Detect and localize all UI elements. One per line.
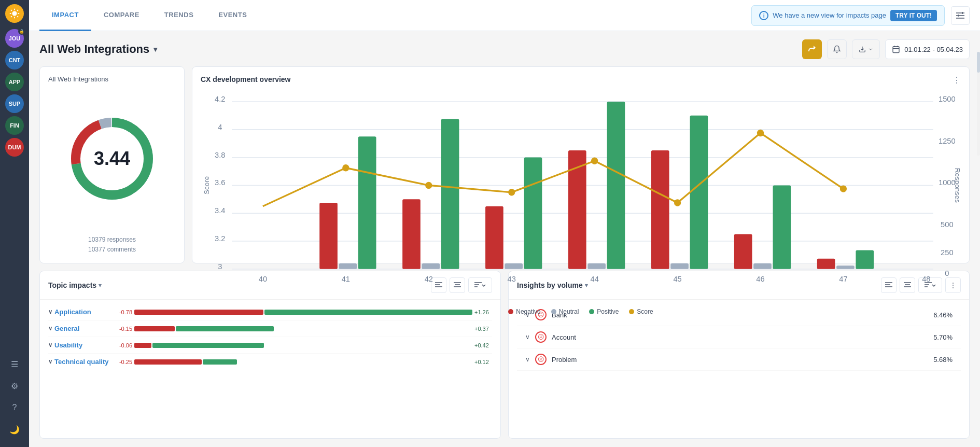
content-area: All Web Integrations ▾ 01.01.22 - 05.04.… xyxy=(29,31,980,447)
svg-text:250: 250 xyxy=(941,248,953,257)
svg-line-5 xyxy=(11,10,12,11)
donut-chart: 3.44 xyxy=(65,112,159,205)
svg-rect-63 xyxy=(587,263,606,269)
svg-text:1500: 1500 xyxy=(939,95,956,103)
app-logo[interactable] xyxy=(5,4,24,23)
svg-rect-64 xyxy=(607,102,625,269)
avatar-fin[interactable]: FIN xyxy=(5,116,24,135)
svg-text:Responses: Responses xyxy=(954,168,961,203)
header-actions: 01.01.22 - 05.04.23 xyxy=(802,39,970,59)
svg-point-80 xyxy=(840,185,847,192)
cx-chart-svg: 4.2 4 3.8 3.6 3.4 3.2 3 Score 1500 1250 … xyxy=(201,88,961,304)
tab-compare[interactable]: COMPARE xyxy=(91,0,152,31)
topic-row-technical: ∨ Technical quality -0.25 +0.12 xyxy=(48,354,492,370)
svg-text:3.2: 3.2 xyxy=(215,234,225,243)
nav-tabs: IMPACT COMPARE TRENDS EVENTS xyxy=(39,0,751,31)
tab-impact[interactable]: IMPACT xyxy=(39,0,91,31)
topic-impacts-title[interactable]: Topic impacts ▾ xyxy=(48,281,102,289)
donut-wrapper: 3.44 xyxy=(48,89,176,229)
svg-text:1000: 1000 xyxy=(939,178,956,187)
svg-line-6 xyxy=(17,16,18,17)
tab-trends[interactable]: TRENDS xyxy=(152,0,206,31)
problem-expand-icon[interactable]: ∨ xyxy=(525,356,530,363)
svg-rect-59 xyxy=(485,206,503,269)
account-sentiment-icon: ☹ xyxy=(535,331,547,343)
score-value: 3.44 xyxy=(94,148,130,170)
main-content: IMPACT COMPARE TRENDS EVENTS i We have a… xyxy=(29,0,980,447)
cx-chart-title: CX development overview xyxy=(201,75,961,83)
svg-rect-70 xyxy=(773,185,791,269)
svg-rect-71 xyxy=(817,259,835,269)
neutral-dot xyxy=(551,309,556,314)
svg-rect-68 xyxy=(734,234,752,269)
svg-point-75 xyxy=(425,182,432,189)
bell-button[interactable] xyxy=(827,39,847,59)
svg-rect-54 xyxy=(339,263,357,269)
help-icon[interactable]: ? xyxy=(5,398,24,417)
svg-rect-66 xyxy=(670,263,689,269)
usability-expand-icon[interactable]: ∨ xyxy=(48,342,52,348)
score-card-title: All Web Integrations xyxy=(48,75,176,83)
avatar-sup[interactable]: SUP xyxy=(5,94,24,113)
insight-row-problem: ∨ ☹ Problem 5.68% xyxy=(517,348,961,371)
legend-positive: Positive xyxy=(589,308,619,315)
svg-line-7 xyxy=(17,10,18,11)
avatar-cnt[interactable]: CNT xyxy=(5,51,24,69)
svg-text:1250: 1250 xyxy=(939,137,956,145)
avatar-dum[interactable]: DUM xyxy=(5,138,24,157)
tab-events[interactable]: EVENTS xyxy=(206,0,259,31)
svg-line-8 xyxy=(11,16,12,17)
general-pos-bar xyxy=(176,326,274,331)
svg-text:43: 43 xyxy=(508,275,516,283)
svg-point-77 xyxy=(591,158,598,164)
chart-legend: Negative Neutral Positive Score xyxy=(201,308,961,315)
topic-impacts-content: ∨ Application -0.78 +1.26 xyxy=(40,300,500,438)
list-icon[interactable]: ☰ xyxy=(5,355,24,373)
filter-icon-button[interactable] xyxy=(951,6,970,25)
svg-rect-53 xyxy=(319,203,338,269)
gear-icon[interactable]: ⚙ xyxy=(5,376,24,395)
try-it-out-button[interactable]: TRY IT OUT! xyxy=(890,10,937,21)
svg-rect-69 xyxy=(753,263,772,269)
svg-rect-55 xyxy=(358,136,376,269)
svg-rect-14 xyxy=(893,47,899,53)
chart-menu-button[interactable]: ⋮ xyxy=(953,75,961,85)
svg-text:40: 40 xyxy=(259,275,267,283)
svg-text:47: 47 xyxy=(839,275,847,283)
title-dropdown-icon[interactable]: ▾ xyxy=(153,45,157,53)
svg-text:42: 42 xyxy=(425,275,433,283)
account-expand-icon[interactable]: ∨ xyxy=(525,333,530,341)
score-stats: 10379 responses 10377 comments xyxy=(48,235,176,255)
legend-score: Score xyxy=(629,308,653,315)
svg-rect-60 xyxy=(505,263,523,269)
svg-rect-65 xyxy=(651,150,669,269)
svg-point-74 xyxy=(342,164,349,171)
topic-row-general: ∨ General -0.15 +0.37 xyxy=(48,320,492,337)
avatar-jou[interactable]: JOU 🔒 xyxy=(5,29,24,48)
svg-text:3: 3 xyxy=(218,262,222,271)
download-button[interactable] xyxy=(852,39,880,59)
svg-text:3.8: 3.8 xyxy=(215,150,225,159)
technical-expand-icon[interactable]: ∨ xyxy=(48,358,52,365)
technical-neg-bar xyxy=(134,359,202,365)
topic-impacts-chevron: ▾ xyxy=(99,282,102,289)
general-expand-icon[interactable]: ∨ xyxy=(48,325,52,332)
svg-text:4: 4 xyxy=(218,123,222,131)
svg-text:44: 44 xyxy=(591,275,599,283)
insights-content: ∨ ☹ Bank 6.46% ∨ ☹ Account 5.70% ∨ ☹ xyxy=(509,300,969,438)
legend-neutral: Neutral xyxy=(551,308,579,315)
share-button[interactable] xyxy=(802,39,822,59)
avatar-app[interactable]: APP xyxy=(5,73,24,91)
usability-neg-bar xyxy=(134,343,151,348)
new-view-notice: i We have a new view for impacts page TR… xyxy=(751,5,945,26)
svg-text:4.2: 4.2 xyxy=(215,95,225,103)
theme-icon[interactable]: 🌙 xyxy=(5,420,24,439)
lock-icon: 🔒 xyxy=(18,27,25,35)
problem-sentiment-icon: ☹ xyxy=(535,354,547,365)
page-title: All Web Integrations ▾ xyxy=(39,43,157,56)
usability-pos-bar xyxy=(152,343,264,348)
svg-rect-58 xyxy=(441,119,459,269)
topic-row-usability: ∨ Usability -0.06 +0.42 xyxy=(48,337,492,354)
date-range-button[interactable]: 01.01.22 - 05.04.23 xyxy=(885,39,970,59)
application-expand-icon[interactable]: ∨ xyxy=(48,309,52,315)
